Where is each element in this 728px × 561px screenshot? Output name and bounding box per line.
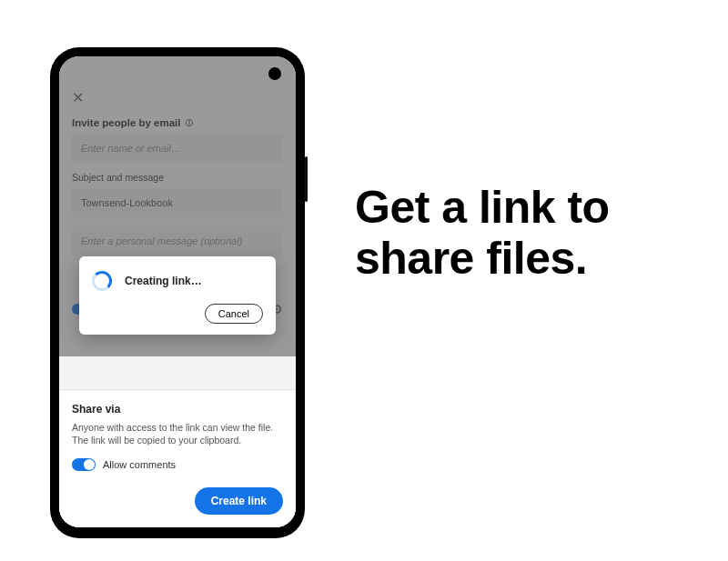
creating-link-dialog: Creating link… Cancel [79, 256, 276, 335]
allow-comments-row: Allow comments [72, 458, 283, 471]
allow-comments-toggle[interactable] [72, 458, 96, 471]
phone-screen: ✕ Invite people by email ⓘ Enter name or… [59, 56, 296, 527]
modal-status: Creating link… [125, 275, 202, 287]
share-sheet: Share via Anyone with access to the link… [59, 389, 296, 527]
marketing-headline: Get a link to share files. [355, 182, 692, 284]
spinner-icon [92, 271, 112, 291]
phone-frame: ✕ Invite people by email ⓘ Enter name or… [50, 47, 305, 538]
front-camera [268, 67, 281, 80]
create-link-button[interactable]: Create link [195, 487, 283, 515]
share-description: Anyone with access to the link can view … [72, 421, 283, 447]
cancel-button[interactable]: Cancel [205, 304, 263, 324]
allow-comments-label: Allow comments [103, 459, 176, 470]
share-title: Share via [72, 403, 283, 416]
